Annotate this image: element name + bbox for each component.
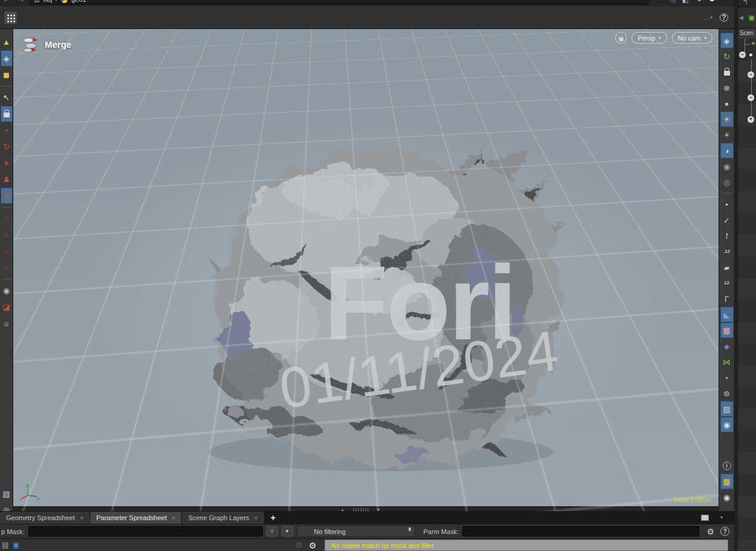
back-arrow-icon[interactable]: ↩	[2, 0, 12, 4]
ghost-objects-icon[interactable]: ◉	[720, 158, 734, 174]
spinner-icon[interactable]: ▲▼	[408, 527, 412, 532]
shelf-tools-button[interactable]	[4, 11, 18, 25]
render-region-icon[interactable]: ▧	[1, 486, 13, 502]
pane-layout-icon[interactable]	[701, 515, 709, 521]
filter-funnel-button[interactable]: ▽	[267, 526, 278, 536]
bottom-pane-tabs: Geometry Spreadsheet × Parameter Spreads…	[0, 511, 734, 524]
geo-node-icon[interactable]: ●	[749, 51, 753, 58]
camera-tool-icon[interactable]: ◉	[1, 282, 13, 299]
scene-node-icon[interactable]: ▣	[749, 14, 755, 22]
shaded-mode-icon[interactable]: ◣	[720, 307, 734, 322]
tab-scene-graph-layers[interactable]: Scene Graph Layers ×	[182, 512, 264, 524]
snap-point-magnet-icon[interactable]: ∩	[1, 243, 13, 259]
tree-collapse-toggle[interactable]: −	[739, 51, 746, 58]
snap-grid-magnet-icon[interactable]: ∩	[1, 210, 13, 227]
lock-display-icon[interactable]	[720, 64, 734, 80]
tab-parameter-spreadsheet[interactable]: Parameter Spreadsheet ×	[90, 512, 182, 524]
breadcrumb-root[interactable]: obj	[43, 0, 52, 3]
lamp-tool-icon[interactable]: ☼	[1, 315, 13, 331]
help-icon[interactable]: ?	[720, 527, 729, 536]
spreadsheet-icon[interactable]: ▤	[2, 541, 8, 549]
disable-lights-icon[interactable]: ⊗	[720, 80, 734, 96]
collapse-left-icon[interactable]: ◀	[739, 15, 743, 21]
material-shading-icon[interactable]: ●	[720, 96, 734, 111]
objects-tool-icon[interactable]: ▲	[1, 34, 13, 50]
background-image-icon[interactable]: ▨	[720, 401, 734, 417]
profile-curves-icon[interactable]: Γ	[720, 291, 734, 307]
prim-numbers-icon[interactable]: 12	[720, 275, 734, 291]
node-link-icon[interactable]: ▣	[13, 541, 19, 549]
op-mask-input[interactable]	[28, 526, 263, 536]
tab-close-icon[interactable]: ×	[80, 514, 83, 521]
tree-expand-toggle[interactable]: +	[748, 116, 754, 123]
geometry-menu-icon[interactable]: ●▾	[697, 0, 704, 4]
tab-geometry-spreadsheet[interactable]: Geometry Spreadsheet ×	[0, 512, 90, 524]
parm-mask-input[interactable]	[462, 526, 699, 536]
new-tab-button[interactable]: +	[271, 513, 276, 523]
rotate-tool-icon[interactable]: ↻	[1, 139, 13, 155]
hide-objects-icon[interactable]: ◎	[720, 174, 734, 190]
breadcrumb-node[interactable]: geo1	[71, 0, 86, 3]
cook-gear-icon[interactable]: ⚙	[309, 541, 317, 550]
select-tool-icon[interactable]: ↖	[1, 90, 13, 106]
select-visible-icon[interactable]: ↻	[720, 48, 734, 64]
headlight-icon[interactable]: ☀	[720, 111, 734, 127]
view-mask-icon[interactable]: ◪	[1, 299, 13, 315]
orient-picking-icon[interactable]: ⋆	[720, 370, 734, 385]
prim-normals-icon[interactable]: ▰	[720, 259, 734, 275]
view-lock-button[interactable]	[615, 32, 627, 44]
info-icon[interactable]: i	[720, 458, 734, 474]
tab-close-icon[interactable]: ×	[254, 514, 257, 521]
icon-glyph: ⊕	[3, 192, 10, 200]
camera-menu[interactable]: No cam ▾	[672, 32, 712, 44]
gear-icon[interactable]: ⚙	[706, 527, 714, 536]
box-tool-icon[interactable]: ◼	[1, 67, 13, 83]
tab-close-icon[interactable]: ×	[172, 514, 175, 521]
layout-grid-icon[interactable]: ▦	[720, 474, 734, 489]
handles-tool-icon[interactable]: ⊕	[1, 187, 13, 204]
snap-curve-magnet-icon[interactable]: ∩	[1, 227, 13, 243]
pane-menu-caret-icon[interactable]: ▾	[720, 515, 723, 520]
projection-menu[interactable]: Persp ▾	[632, 32, 667, 44]
group-select-icon[interactable]: ⋈	[720, 354, 734, 370]
light-node-icon[interactable]: ☀	[751, 41, 755, 47]
scene-viewport[interactable]: Fori 01/11/2024 Merge	[13, 29, 719, 511]
corner-arrow-icon[interactable]: ↰	[742, 0, 748, 6]
scene-tree[interactable]: ☀ − ● − − +	[738, 39, 756, 551]
modify-state-icon[interactable]: ◈	[1, 50, 13, 67]
point-markers-icon[interactable]: ↾	[720, 228, 734, 244]
tree-collapse-toggle[interactable]: −	[748, 94, 754, 101]
icon-glyph: ◼	[3, 71, 10, 79]
secure-selection-icon[interactable]	[1, 106, 13, 122]
breadcrumb[interactable]: ▤ obj / geo1	[29, 0, 649, 5]
display-options-icon[interactable]: ◈	[720, 338, 734, 354]
view-pin-icon[interactable]: ◉	[720, 417, 734, 432]
view-cube-menu-icon[interactable]: ◧▾	[682, 0, 692, 4]
link-focus-icon[interactable]: ◎	[670, 0, 676, 4]
help-icon[interactable]: ?	[720, 13, 728, 22]
panel-white-menu-icon[interactable]: ■▾	[709, 0, 717, 4]
point-normals-icon[interactable]: ✓	[720, 212, 734, 228]
pane-split-handle[interactable]: ▴ ▾	[13, 506, 719, 511]
point-numbers-icon[interactable]: .12	[720, 244, 734, 259]
smooth-shaded-icon[interactable]: ◑	[720, 143, 734, 158]
pane-grip-icon[interactable]	[352, 508, 369, 511]
show-selection-icon[interactable]: ◈	[720, 33, 734, 48]
display-points-icon[interactable]: •	[720, 197, 734, 212]
scale-tool-icon[interactable]: ∗	[1, 155, 13, 171]
forward-arrow-icon[interactable]: ↪	[16, 0, 25, 4]
scene-tab[interactable]: Scen	[738, 28, 756, 39]
filter-menu-button[interactable]: ▼	[282, 526, 293, 536]
snap-magnet-icon[interactable]: ∩	[1, 259, 13, 276]
icon-glyph: ♟	[3, 175, 10, 183]
texture-uv-icon[interactable]: ▦	[720, 322, 734, 338]
pin-panel-icon[interactable]: ↷	[659, 0, 665, 4]
network-layout-icon[interactable]: ∴▾	[705, 13, 712, 22]
visualizers-icon[interactable]: ⊜	[720, 385, 734, 401]
translate-tool-icon[interactable]: +	[1, 122, 13, 139]
normal-lights-icon[interactable]: ☀	[720, 127, 734, 143]
snapshot-icon[interactable]: ◉	[720, 489, 734, 505]
tree-collapse-toggle[interactable]: −	[748, 71, 754, 78]
filtering-select[interactable]: No filtering ▲▼	[297, 526, 415, 537]
pose-tool-icon[interactable]: ♟	[1, 171, 13, 187]
